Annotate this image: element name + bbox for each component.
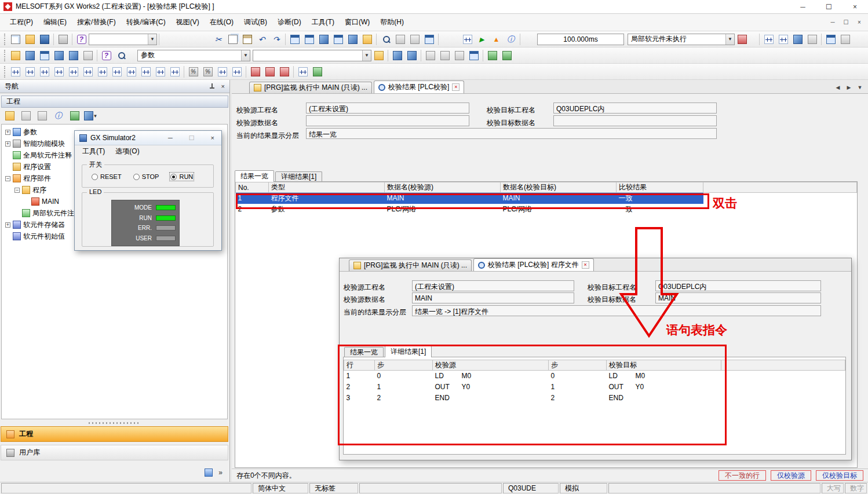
- skip-run-button[interactable]: [310, 65, 324, 79]
- coil-button[interactable]: [66, 65, 81, 79]
- print-button[interactable]: [56, 32, 70, 46]
- minimize-button[interactable]: ─: [790, 0, 816, 13]
- open-project-button[interactable]: [23, 32, 37, 46]
- edit-mode-button[interactable]: [229, 65, 244, 79]
- vertical-line-button[interactable]: [95, 65, 110, 79]
- display-connection-button[interactable]: [790, 32, 805, 46]
- tab-detail-result[interactable]: 详细结果[1]: [385, 346, 432, 357]
- inline-st-button[interactable]: [215, 65, 229, 79]
- expand-icon[interactable]: +: [5, 141, 10, 147]
- device-list-button[interactable]: [407, 32, 422, 46]
- tab-scroll-right-button[interactable]: ▶: [844, 83, 854, 92]
- column-header[interactable]: 校验源: [433, 360, 549, 371]
- buffer-monitor-button[interactable]: [345, 32, 360, 46]
- more-buttons-icon[interactable]: »: [218, 469, 223, 477]
- output-window-button[interactable]: [37, 49, 52, 63]
- entry-monitor-button[interactable]: [331, 32, 345, 46]
- tab-prg-monitor[interactable]: [PRG]监视 执行中 MAIN (只读) ...: [349, 259, 472, 271]
- table-row[interactable]: 2 参数 PLC/网络 PLC/网络 一致: [236, 204, 857, 215]
- tree-new-data-button[interactable]: [2, 109, 17, 123]
- menu-view[interactable]: 视图(V): [171, 14, 205, 30]
- device-test-off-button[interactable]: [262, 65, 277, 79]
- local-device-exec-combo[interactable]: 局部软元件未执行 ▼: [628, 34, 735, 45]
- simulator-titlebar[interactable]: GX Simulator2 ─ ☐ ×: [75, 131, 221, 145]
- search-keyword-combo[interactable]: ▼: [253, 50, 371, 61]
- close-button[interactable]: ×: [211, 134, 214, 142]
- radio-reset[interactable]: RESET: [92, 173, 122, 180]
- help-context-button[interactable]: ?: [99, 49, 114, 63]
- project-view-button[interactable]: [8, 49, 23, 63]
- menu-help[interactable]: 帮助(H): [375, 14, 409, 30]
- forced-io-button[interactable]: [277, 65, 291, 79]
- close-tab-button[interactable]: ×: [582, 261, 589, 269]
- menu-window[interactable]: 窗口(W): [340, 14, 375, 30]
- monitor-stop-button[interactable]: [302, 32, 316, 46]
- jump-mismatch-button[interactable]: 不一致的行: [719, 470, 766, 481]
- jump-source-only-button[interactable]: 仅校验源: [771, 470, 811, 481]
- view-mode-icon[interactable]: [205, 469, 213, 477]
- radio-stop[interactable]: STOP: [133, 173, 159, 180]
- ratio-display-button[interactable]: %: [186, 65, 200, 79]
- tree-sort-button[interactable]: [67, 109, 82, 123]
- tab-detail-result[interactable]: 详细结果[1]: [275, 171, 322, 182]
- undo-button[interactable]: ↶: [254, 32, 269, 46]
- menu-online[interactable]: 在线(O): [205, 14, 239, 30]
- jump-target-only-button[interactable]: 仅校验目标: [816, 470, 863, 481]
- search-exec-button[interactable]: [371, 49, 386, 63]
- tab-prg-monitor[interactable]: [PRG]监视 执行中 MAIN (只读) ...: [249, 82, 372, 93]
- column-header[interactable]: 校验目标: [607, 360, 721, 371]
- watch-button[interactable]: [360, 32, 374, 46]
- new-project-button[interactable]: [8, 32, 23, 46]
- search-device-button[interactable]: [114, 49, 128, 63]
- simulator-menu-option[interactable]: 选项(O): [115, 147, 139, 156]
- mdi-restore-button[interactable]: ☐: [840, 17, 852, 27]
- column-header[interactable]: 类型: [269, 182, 385, 193]
- device-memory-button[interactable]: [485, 49, 499, 63]
- tab-result-list[interactable]: 结果一览: [235, 170, 274, 182]
- simulator-info-button[interactable]: ⓘ: [504, 32, 518, 46]
- open-contact-button[interactable]: [8, 65, 23, 79]
- device-test-on-button[interactable]: [248, 65, 262, 79]
- simulator-ladder-button[interactable]: [460, 32, 475, 46]
- toolbar-grip[interactable]: [4, 66, 6, 78]
- table-row-selected[interactable]: 1 程序文件 MAIN MAIN 一致: [236, 193, 857, 204]
- save-project-button[interactable]: [37, 32, 52, 46]
- copy-button[interactable]: [225, 32, 240, 46]
- pulse-close-button[interactable]: [167, 65, 182, 79]
- expand-icon[interactable]: +: [5, 130, 10, 135]
- open-branch-button[interactable]: [37, 65, 52, 79]
- cut-button[interactable]: ✂: [211, 32, 225, 46]
- simulator-warning-button[interactable]: ▲: [489, 32, 504, 46]
- comment-display-button[interactable]: [422, 32, 436, 46]
- collapse-icon[interactable]: −: [14, 188, 20, 193]
- open-window-button[interactable]: [823, 32, 838, 46]
- radio-run[interactable]: RUN: [170, 173, 193, 180]
- tree-filter-button[interactable]: ▼: [83, 109, 98, 123]
- column-header[interactable]: 比较结果: [617, 182, 703, 193]
- close-contact-button[interactable]: [23, 65, 37, 79]
- detail-view-button[interactable]: [437, 49, 452, 63]
- menu-project[interactable]: 工程(P): [5, 14, 38, 30]
- maximize-button[interactable]: ☐: [816, 0, 842, 13]
- module-monitor-button[interactable]: [404, 49, 419, 63]
- sort-button[interactable]: [452, 49, 466, 63]
- detail-row[interactable]: 1 0 LDM0 0 LDM0: [344, 371, 845, 382]
- step-run-button[interactable]: [296, 65, 310, 79]
- delete-vertical-button[interactable]: [124, 65, 138, 79]
- tree-paste-button[interactable]: [35, 109, 49, 123]
- panel-splitter[interactable]: [0, 420, 229, 425]
- menu-convert-compile[interactable]: 转换/编译(C): [121, 14, 171, 30]
- toolbar-grip[interactable]: [4, 34, 6, 45]
- sidebar-item-project[interactable]: 工程: [1, 426, 228, 442]
- find-button[interactable]: [378, 32, 393, 46]
- search-target-combo[interactable]: 参数 ▼: [137, 50, 250, 61]
- zoom-in-button[interactable]: [761, 32, 776, 46]
- tree-info-button[interactable]: ⓘ: [51, 109, 65, 123]
- device-init-button[interactable]: [499, 49, 514, 63]
- column-header[interactable]: 行: [344, 360, 375, 371]
- tab-result-list[interactable]: 结果一览: [344, 347, 384, 357]
- zoom-out-button[interactable]: [776, 32, 790, 46]
- menu-edit[interactable]: 编辑(E): [38, 14, 72, 30]
- filter-button[interactable]: [466, 49, 481, 63]
- device-comment-button[interactable]: [52, 49, 66, 63]
